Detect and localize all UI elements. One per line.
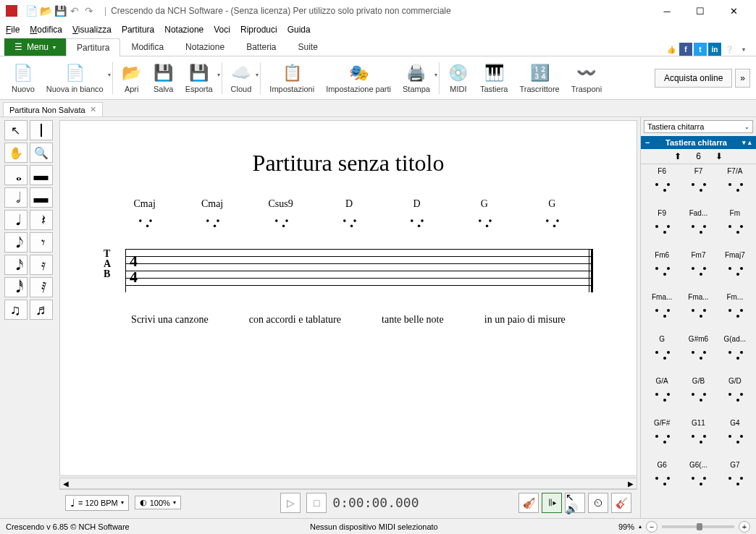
qat-save-icon[interactable]: 💾 xyxy=(54,4,67,17)
scroll-playback-button[interactable]: ⦀▸ xyxy=(542,493,562,513)
chord-library-item[interactable]: G/B xyxy=(682,377,714,418)
like-icon[interactable]: 👍 xyxy=(665,43,678,56)
menu-partitura[interactable]: Partitura xyxy=(122,25,154,35)
chord-library-item[interactable]: Fad... xyxy=(682,209,714,250)
chord-library-item[interactable]: G#m6 xyxy=(682,335,714,376)
tool-quarter-note[interactable]: 𝅘𝅥 xyxy=(4,210,28,230)
chord-library-item[interactable]: F7 xyxy=(682,167,714,208)
page-next[interactable]: ⬇ xyxy=(715,151,723,161)
ribbon-salva[interactable]: 💾Salva xyxy=(148,59,180,98)
expand-button[interactable]: » xyxy=(735,69,750,88)
chord-library-item[interactable]: Fm6 xyxy=(646,251,678,292)
zoom-in-button[interactable]: + xyxy=(739,521,750,533)
bpm-selector[interactable]: ♩ = 120 BPM ▾ xyxy=(65,495,129,511)
instrument-button[interactable]: 🎸 xyxy=(611,493,631,513)
menu-guida[interactable]: Guida xyxy=(287,25,311,35)
qat-open-icon[interactable]: 📂 xyxy=(39,4,52,17)
tool-beam-eighth[interactable]: ♫ xyxy=(4,300,28,320)
chord-library-item[interactable]: G(ad... xyxy=(719,335,751,376)
horizontal-scrollbar[interactable]: ◀ ▶ xyxy=(59,478,637,489)
menu-file[interactable]: File xyxy=(6,25,20,35)
score-canvas[interactable]: Partitura senza titolo CmajCmajCsus9DDGG… xyxy=(59,120,637,476)
chord-block[interactable]: G xyxy=(473,198,496,242)
mixer-button[interactable]: 🎻 xyxy=(518,493,539,513)
scroll-left[interactable]: ◀ xyxy=(60,480,72,488)
chord-library-item[interactable]: G6 xyxy=(646,461,678,501)
playback-cursor-button[interactable]: ↖🔊 xyxy=(565,493,585,513)
tool-thirtysecond-rest[interactable]: 𝅀 xyxy=(30,277,53,297)
qat-new-icon[interactable]: 📄 xyxy=(25,4,38,17)
zoom-selector[interactable]: ◐ 100% ▾ xyxy=(135,496,181,509)
help-dropdown[interactable]: ▾ xyxy=(737,43,750,56)
ribbon-cloud[interactable]: ☁️Cloud▾ xyxy=(225,59,258,98)
purchase-button[interactable]: Acquista online xyxy=(655,69,732,88)
ribbon-impostazioni[interactable]: 📋Impostazioni xyxy=(264,59,320,98)
chord-library-item[interactable]: G/F# xyxy=(646,419,678,459)
menu-voci[interactable]: Voci xyxy=(214,25,230,35)
close-tab-icon[interactable]: ✕ xyxy=(90,105,96,114)
chord-block[interactable]: Cmaj xyxy=(201,198,224,242)
tab-suite[interactable]: Suite xyxy=(287,38,328,56)
chord-library-item[interactable]: G/D xyxy=(719,377,751,418)
document-tab[interactable]: Partitura Non Salvata ✕ xyxy=(3,102,103,116)
page-prev[interactable]: ⬆ xyxy=(674,151,681,161)
tab-modifica[interactable]: Modifica xyxy=(120,38,175,56)
chord-block[interactable]: G xyxy=(540,198,563,242)
ribbon-esporta[interactable]: 💾Esporta▾ xyxy=(180,59,219,98)
tool-eighth-rest[interactable]: 𝄾 xyxy=(30,232,53,253)
chord-library-item[interactable]: F6 xyxy=(646,167,678,208)
tab-notazione[interactable]: Notazione xyxy=(175,38,235,56)
metronome-button[interactable]: ⏲ xyxy=(588,493,608,513)
tab-batteria[interactable]: Batteria xyxy=(235,38,287,56)
chord-block[interactable]: Cmaj xyxy=(133,198,156,242)
chord-library-combo[interactable]: Tastiera chitarra⌄ xyxy=(644,120,753,133)
ribbon-menu-button[interactable]: Menu xyxy=(4,38,66,56)
chord-library-item[interactable]: G7 xyxy=(719,461,751,501)
tool-cursor[interactable]: ↖ xyxy=(4,120,28,140)
chord-block[interactable]: D xyxy=(337,198,361,242)
facebook-icon[interactable]: f xyxy=(679,43,692,56)
chord-library-item[interactable]: F7/A xyxy=(719,167,751,208)
ribbon-stampa[interactable]: 🖨️Stampa▾ xyxy=(397,59,436,98)
chord-library-item[interactable]: G xyxy=(646,335,678,376)
ribbon-nuovo[interactable]: 📄Nuovo xyxy=(6,59,41,98)
close-button[interactable]: ✕ xyxy=(717,0,750,22)
zoom-menu[interactable]: ▴ xyxy=(639,523,642,530)
menu-visualizza[interactable]: Visualizza xyxy=(72,25,112,35)
chord-library-item[interactable]: G6(... xyxy=(682,461,714,501)
tool-half-note[interactable]: 𝅗𝅥 xyxy=(4,187,28,208)
maximize-button[interactable]: ☐ xyxy=(684,0,717,22)
chord-block[interactable]: D xyxy=(405,198,428,242)
tool-zoom[interactable]: 🔍 xyxy=(30,143,53,163)
chord-library-item[interactable]: G4 xyxy=(719,419,751,459)
stop-button[interactable]: □ xyxy=(306,493,327,513)
ribbon-nuova-in-bianco[interactable]: 📄Nuova in bianco▾ xyxy=(41,59,109,98)
help-icon[interactable]: ❔ xyxy=(723,43,736,56)
chord-library-item[interactable]: G11 xyxy=(682,419,714,459)
chord-block[interactable]: Csus9 xyxy=(268,198,293,242)
tool-beam-sixteenth[interactable]: ♬ xyxy=(30,300,53,320)
tool-half-rest[interactable]: ▬ xyxy=(30,187,53,208)
twitter-icon[interactable]: t xyxy=(694,43,707,56)
tool-whole-rest[interactable]: ▬ xyxy=(30,165,53,185)
ribbon-trascrittore[interactable]: 🔢Trascrittore xyxy=(513,59,565,98)
tool-sixteenth-rest[interactable]: 𝄿 xyxy=(30,255,53,275)
chord-library-item[interactable]: Fm xyxy=(719,209,751,250)
chord-library-item[interactable]: F9 xyxy=(646,209,678,250)
ribbon-midi[interactable]: 💿MIDI xyxy=(442,59,474,98)
ribbon-impostazione-parti[interactable]: 🎭Impostazione parti xyxy=(320,59,397,98)
minimize-button[interactable]: ─ xyxy=(650,0,684,22)
ribbon-apri[interactable]: 📂Apri xyxy=(116,59,148,98)
tool-eighth-note[interactable]: 𝅘𝅥𝅮 xyxy=(4,232,28,253)
menu-riproduci[interactable]: Riproduci xyxy=(240,25,277,35)
ribbon-trasponi[interactable]: 〰️Trasponi xyxy=(566,59,608,98)
tool-thirtysecond-note[interactable]: 𝅘𝅥𝅰 xyxy=(4,277,28,297)
chord-library-item[interactable]: Fm7 xyxy=(682,251,714,292)
tool-quarter-rest[interactable]: 𝄽 xyxy=(30,210,53,230)
chord-library-item[interactable]: G/A xyxy=(646,377,678,418)
tool-sixteenth-note[interactable]: 𝅘𝅥𝅯 xyxy=(4,255,28,275)
linkedin-icon[interactable]: in xyxy=(708,43,721,56)
tool-barline[interactable] xyxy=(30,120,53,140)
ribbon-tastiera[interactable]: 🎹Tastiera xyxy=(474,59,514,98)
tool-whole-note[interactable]: 𝅝 xyxy=(4,165,28,185)
